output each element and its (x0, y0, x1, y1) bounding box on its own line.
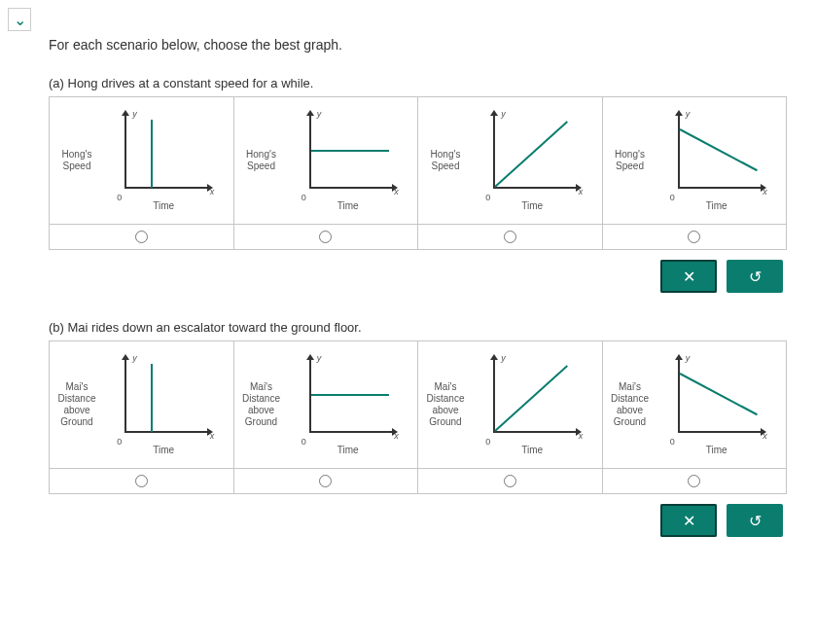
ylabel: Mai's Distance above Ground (240, 381, 283, 428)
ylabel: Hong's Speed (424, 149, 467, 172)
reset-button-b[interactable]: ↺ (727, 504, 783, 537)
graph-increasing: y x 0 (483, 111, 581, 198)
graph-decreasing: y x 0 (668, 111, 765, 198)
option-a1: Hong's Speed y x 0 Time (50, 97, 234, 249)
graph-increasing: y x 0 (483, 355, 581, 443)
collapse-toggle[interactable]: ⌄ (8, 8, 31, 31)
instruction-text: For each scenario below, choose the best… (49, 37, 787, 53)
option-a2: Hong's Speed y x 0 Time (234, 97, 419, 249)
xlabel: Time (521, 200, 543, 211)
option-a2-radio[interactable] (319, 231, 332, 243)
ylabel: Mai's Distance above Ground (55, 381, 98, 428)
ylabel: Hong's Speed (55, 149, 98, 172)
question-b: (b) Mai rides down an escalator toward t… (49, 320, 787, 537)
xlabel: Time (153, 200, 174, 211)
xlabel: Time (706, 200, 727, 211)
close-button-b[interactable]: ✕ (660, 504, 717, 537)
option-b4-radio[interactable] (688, 475, 700, 487)
reset-button-a[interactable]: ↺ (727, 260, 783, 293)
question-b-prompt: (b) Mai rides down an escalator toward t… (49, 320, 787, 335)
chevron-down-icon: ⌄ (14, 11, 26, 29)
option-b4: Mai's Distance above Ground y x 0 Time (603, 341, 787, 493)
question-a-prompt: (a) Hong drives at a constant speed for … (49, 76, 787, 90)
xlabel: Time (706, 445, 727, 455)
graph-decreasing: y x 0 (668, 355, 765, 443)
close-icon: ✕ (683, 512, 695, 530)
ylabel: Hong's Speed (240, 149, 283, 172)
option-a3: Hong's Speed y x 0 Time (418, 97, 603, 249)
question-a: (a) Hong drives at a constant speed for … (49, 76, 787, 293)
option-a1-radio[interactable] (135, 231, 148, 243)
option-b1: Mai's Distance above Ground y x 0 Time (50, 341, 234, 493)
graph-horizontal: y x 0 (300, 111, 397, 198)
close-button-a[interactable]: ✕ (660, 260, 717, 293)
graph-vertical: y x 0 (115, 111, 212, 198)
xlabel: Time (337, 445, 359, 455)
close-icon: ✕ (683, 268, 695, 286)
xlabel: Time (337, 200, 359, 211)
option-b1-radio[interactable] (135, 475, 148, 487)
reset-icon: ↺ (749, 268, 762, 286)
graph-vertical: y x 0 (115, 355, 212, 443)
xlabel: Time (521, 445, 543, 455)
reset-icon: ↺ (749, 512, 762, 530)
option-a3-radio[interactable] (504, 231, 516, 243)
question-a-options: Hong's Speed y x 0 Time (49, 96, 787, 250)
question-b-options: Mai's Distance above Ground y x 0 Time (49, 340, 787, 494)
option-b3-radio[interactable] (504, 475, 516, 487)
option-a4: Hong's Speed y x 0 Time (603, 97, 787, 249)
xlabel: Time (153, 445, 174, 455)
ylabel: Mai's Distance above Ground (609, 381, 652, 428)
ylabel: Mai's Distance above Ground (424, 381, 467, 428)
option-b2-radio[interactable] (319, 475, 332, 487)
option-a4-radio[interactable] (688, 231, 700, 243)
graph-horizontal: y x 0 (300, 355, 397, 443)
ylabel: Hong's Speed (609, 149, 652, 172)
option-b2: Mai's Distance above Ground y x 0 Time (234, 341, 419, 493)
option-b3: Mai's Distance above Ground y x 0 Time (418, 341, 603, 493)
